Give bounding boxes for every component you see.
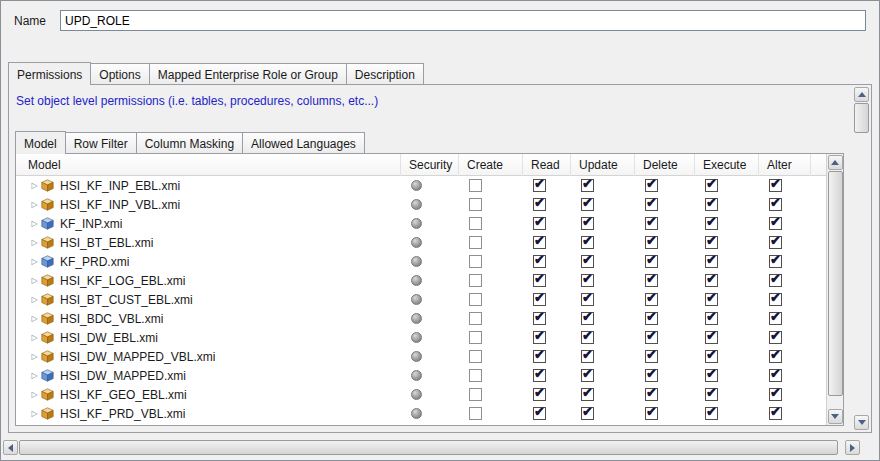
delete-checkbox[interactable] [645,331,658,344]
delete-checkbox[interactable] [645,388,658,401]
update-checkbox[interactable] [581,369,594,382]
tab-allowed-languages[interactable]: Allowed Languages [242,132,365,154]
read-checkbox[interactable] [533,274,546,287]
table-row[interactable]: ▷HSI_BT_CUST_EBL.xmi [16,290,826,309]
alter-checkbox[interactable] [769,388,782,401]
expand-arrow-icon[interactable]: ▷ [28,409,41,418]
expand-arrow-icon[interactable]: ▷ [28,238,41,247]
expand-arrow-icon[interactable]: ▷ [28,200,41,209]
table-row[interactable]: ▷HSI_DW_EBL.xmi [16,328,826,347]
name-input[interactable] [60,10,866,31]
read-checkbox[interactable] [533,407,546,420]
execute-checkbox[interactable] [705,331,718,344]
alter-checkbox[interactable] [769,293,782,306]
update-checkbox[interactable] [581,407,594,420]
alter-checkbox[interactable] [769,407,782,420]
execute-checkbox[interactable] [705,350,718,363]
read-checkbox[interactable] [533,388,546,401]
create-checkbox[interactable] [469,293,482,306]
delete-checkbox[interactable] [645,293,658,306]
create-checkbox[interactable] [469,350,482,363]
update-checkbox[interactable] [581,293,594,306]
table-row[interactable]: ▷HSI_KF_PRD_VBL.xmi [16,404,826,423]
table-row[interactable]: ▷HSI_KF_INP_VBL.xmi [16,195,826,214]
execute-checkbox[interactable] [705,198,718,211]
table-row[interactable]: ▷HSI_KF_GEO_EBL.xmi [16,385,826,404]
tab-model[interactable]: Model [15,131,66,154]
update-checkbox[interactable] [581,198,594,211]
execute-checkbox[interactable] [705,217,718,230]
expand-arrow-icon[interactable]: ▷ [28,371,41,380]
tab-row-filter[interactable]: Row Filter [65,132,137,154]
tab-description[interactable]: Description [346,63,424,85]
horizontal-scrollbar[interactable] [2,439,861,456]
tab-column-masking[interactable]: Column Masking [136,132,243,154]
scrollbar-thumb[interactable] [828,171,843,396]
expand-arrow-icon[interactable]: ▷ [28,295,41,304]
tab-options[interactable]: Options [90,63,149,85]
alter-checkbox[interactable] [769,331,782,344]
update-checkbox[interactable] [581,274,594,287]
create-checkbox[interactable] [469,179,482,192]
table-row[interactable]: ▷HSI_KF_INP_EBL.xmi [16,176,826,195]
scroll-up-button[interactable] [828,155,843,170]
alter-checkbox[interactable] [769,198,782,211]
scrollbar-thumb[interactable] [854,103,869,133]
read-checkbox[interactable] [533,312,546,325]
expand-arrow-icon[interactable]: ▷ [28,333,41,342]
alter-checkbox[interactable] [769,312,782,325]
scroll-down-button[interactable] [854,415,869,430]
delete-checkbox[interactable] [645,236,658,249]
expand-arrow-icon[interactable]: ▷ [28,181,41,190]
update-checkbox[interactable] [581,312,594,325]
create-checkbox[interactable] [469,312,482,325]
read-checkbox[interactable] [533,198,546,211]
alter-checkbox[interactable] [769,369,782,382]
table-row[interactable]: ▷HSI_BDC_VBL.xmi [16,309,826,328]
expand-arrow-icon[interactable]: ▷ [28,314,41,323]
update-checkbox[interactable] [581,388,594,401]
update-checkbox[interactable] [581,179,594,192]
table-vertical-scrollbar[interactable] [826,154,843,425]
scroll-right-button[interactable] [845,440,860,455]
update-checkbox[interactable] [581,331,594,344]
delete-checkbox[interactable] [645,369,658,382]
execute-checkbox[interactable] [705,236,718,249]
create-checkbox[interactable] [469,388,482,401]
expand-arrow-icon[interactable]: ▷ [28,352,41,361]
delete-checkbox[interactable] [645,179,658,192]
table-row[interactable]: ▷KF_PRD.xmi [16,252,826,271]
read-checkbox[interactable] [533,369,546,382]
read-checkbox[interactable] [533,236,546,249]
expand-arrow-icon[interactable]: ▷ [28,257,41,266]
execute-checkbox[interactable] [705,388,718,401]
delete-checkbox[interactable] [645,274,658,287]
tab-mapped-enterprise-role-or-group[interactable]: Mapped Enterprise Role or Group [149,63,347,85]
delete-checkbox[interactable] [645,255,658,268]
read-checkbox[interactable] [533,179,546,192]
alter-checkbox[interactable] [769,179,782,192]
execute-checkbox[interactable] [705,293,718,306]
delete-checkbox[interactable] [645,407,658,420]
read-checkbox[interactable] [533,255,546,268]
create-checkbox[interactable] [469,369,482,382]
execute-checkbox[interactable] [705,274,718,287]
table-row[interactable]: ▷KF_INP.xmi [16,214,826,233]
alter-checkbox[interactable] [769,350,782,363]
alter-checkbox[interactable] [769,217,782,230]
execute-checkbox[interactable] [705,255,718,268]
delete-checkbox[interactable] [645,350,658,363]
table-row[interactable]: ▷HSI_BT_EBL.xmi [16,233,826,252]
alter-checkbox[interactable] [769,274,782,287]
update-checkbox[interactable] [581,217,594,230]
read-checkbox[interactable] [533,331,546,344]
table-row[interactable]: ▷HSI_DW_MAPPED_VBL.xmi [16,347,826,366]
read-checkbox[interactable] [533,350,546,363]
expand-arrow-icon[interactable]: ▷ [28,390,41,399]
expand-arrow-icon[interactable]: ▷ [28,219,41,228]
execute-checkbox[interactable] [705,369,718,382]
create-checkbox[interactable] [469,407,482,420]
panel-vertical-scrollbar[interactable] [853,86,870,431]
delete-checkbox[interactable] [645,198,658,211]
create-checkbox[interactable] [469,236,482,249]
